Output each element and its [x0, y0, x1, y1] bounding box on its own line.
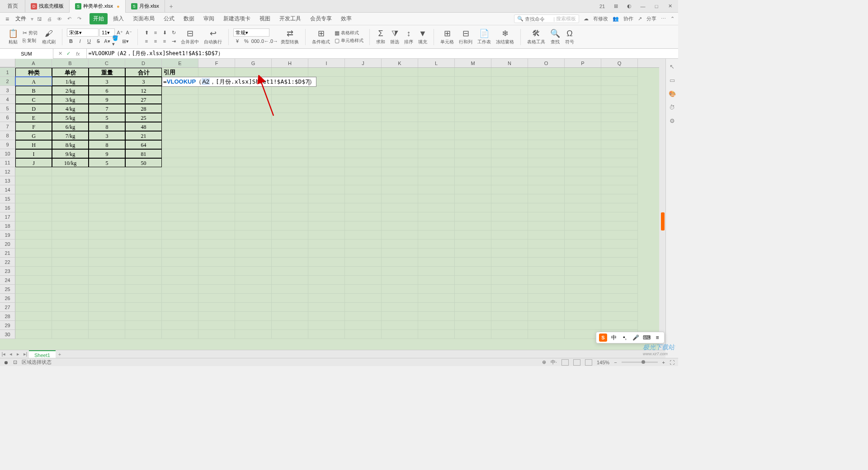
cell-M16[interactable]	[455, 203, 491, 212]
align-left-icon[interactable]: ≡	[142, 37, 151, 45]
cell-L6[interactable]	[418, 113, 455, 122]
cell-D30[interactable]	[125, 330, 162, 339]
cell-F29[interactable]	[198, 321, 235, 330]
col-header-J[interactable]: J	[345, 59, 382, 67]
cell-I25[interactable]	[308, 285, 345, 294]
cell-O22[interactable]	[528, 258, 565, 267]
sort-button[interactable]: ↕排序	[402, 28, 415, 46]
cell-L23[interactable]	[418, 267, 455, 276]
cell-B22[interactable]	[52, 258, 89, 267]
formula-input[interactable]: =VLOOKUP（A2，[月份.xlsx]Sheet1!$A$1:$D$7）	[87, 50, 678, 57]
lang-icon[interactable]: ⊕	[542, 359, 546, 365]
cell-N10[interactable]	[491, 149, 528, 158]
cell-C9[interactable]: 8	[89, 140, 125, 149]
cell-G11[interactable]	[235, 158, 272, 167]
cell-J15[interactable]	[345, 194, 382, 203]
ime-mic-icon[interactable]: 🎤	[632, 334, 640, 342]
cell-H7[interactable]	[272, 122, 308, 131]
cell-C17[interactable]	[89, 212, 125, 221]
cell-L25[interactable]	[418, 285, 455, 294]
collapse-icon[interactable]: ⌃	[670, 16, 675, 22]
cell-F27[interactable]	[198, 303, 235, 312]
cell-N9[interactable]	[491, 140, 528, 149]
cell-P27[interactable]	[565, 303, 601, 312]
cell-B4[interactable]: 3/kg	[52, 95, 89, 104]
row-header-25[interactable]: 25	[0, 285, 15, 294]
cell-A11[interactable]: J	[15, 158, 52, 167]
cell-J28[interactable]	[345, 312, 382, 321]
cell-F9[interactable]	[198, 140, 235, 149]
cell-N21[interactable]	[491, 249, 528, 258]
cell-C27[interactable]	[89, 303, 125, 312]
sheet-tab-sheet1[interactable]: Sheet1	[29, 350, 56, 358]
cell-J25[interactable]	[345, 285, 382, 294]
cell-E9[interactable]	[162, 140, 198, 149]
cell-G23[interactable]	[235, 267, 272, 276]
menu-tab-5[interactable]: 审阅	[200, 13, 218, 24]
cell-P29[interactable]	[565, 321, 601, 330]
cell-I18[interactable]	[308, 221, 345, 230]
cell-E10[interactable]	[162, 149, 198, 158]
cell-P21[interactable]	[565, 249, 601, 258]
merge-button[interactable]: ⊟合并居中	[179, 28, 201, 46]
cell-N27[interactable]	[491, 303, 528, 312]
cell-B23[interactable]	[52, 267, 89, 276]
cell-Q6[interactable]	[601, 113, 638, 122]
cell-E21[interactable]	[162, 249, 198, 258]
cell-P16[interactable]	[565, 203, 601, 212]
cell-H30[interactable]	[272, 330, 308, 339]
cell-Q20[interactable]	[601, 240, 638, 249]
row-header-10[interactable]: 10	[0, 149, 15, 158]
cell-G8[interactable]	[235, 131, 272, 140]
more-icon[interactable]: ⋯	[661, 16, 666, 22]
cell-F12[interactable]	[198, 167, 235, 176]
col-header-B[interactable]: B	[52, 59, 89, 67]
cell-E16[interactable]	[162, 203, 198, 212]
cell-I1[interactable]	[308, 68, 345, 77]
col-header-F[interactable]: F	[198, 59, 235, 67]
row-header-14[interactable]: 14	[0, 185, 15, 194]
cell-C23[interactable]	[89, 267, 125, 276]
cell-A5[interactable]: D	[15, 104, 52, 113]
cell-N26[interactable]	[491, 294, 528, 303]
cell-L24[interactable]	[418, 276, 455, 285]
indent-icon[interactable]: ⇥	[170, 37, 178, 45]
accept-formula-icon[interactable]: ✓	[65, 51, 71, 56]
row-header-30[interactable]: 30	[0, 330, 15, 339]
col-header-M[interactable]: M	[455, 59, 491, 67]
cell-P1[interactable]	[565, 68, 601, 77]
cell-L18[interactable]	[418, 221, 455, 230]
sheet-nav-prev[interactable]: ◂	[7, 351, 14, 357]
cell-D14[interactable]	[125, 185, 162, 194]
cell-G7[interactable]	[235, 122, 272, 131]
cell-C10[interactable]: 9	[89, 149, 125, 158]
cell-O6[interactable]	[528, 113, 565, 122]
cell-J18[interactable]	[345, 221, 382, 230]
cell-C3[interactable]: 6	[89, 86, 125, 95]
cell-B13[interactable]	[52, 176, 89, 185]
cell-B20[interactable]	[52, 240, 89, 249]
col-header-O[interactable]: O	[528, 59, 565, 67]
cell-B15[interactable]	[52, 194, 89, 203]
cell-Q7[interactable]	[601, 122, 638, 131]
cell-F22[interactable]	[198, 258, 235, 267]
cell-P12[interactable]	[565, 167, 601, 176]
row-header-16[interactable]: 16	[0, 203, 15, 212]
cell-B2[interactable]: 1/kg	[52, 77, 89, 86]
cell-I15[interactable]	[308, 194, 345, 203]
cell-L3[interactable]	[418, 86, 455, 95]
cell-B25[interactable]	[52, 285, 89, 294]
cell-G16[interactable]	[235, 203, 272, 212]
cell-J8[interactable]	[345, 131, 382, 140]
cell-Q4[interactable]	[601, 95, 638, 104]
collab-icon[interactable]: 👥	[613, 16, 619, 22]
cell-G22[interactable]	[235, 258, 272, 267]
cell-M18[interactable]	[455, 221, 491, 230]
cell-E25[interactable]	[162, 285, 198, 294]
cell-D2[interactable]: 3	[125, 77, 162, 86]
cell-J30[interactable]	[345, 330, 382, 339]
cell-H8[interactable]	[272, 131, 308, 140]
fill-color-button[interactable]: 🪣▾	[112, 37, 120, 45]
cell-Q8[interactable]	[601, 131, 638, 140]
col-header-A[interactable]: A	[15, 59, 52, 67]
